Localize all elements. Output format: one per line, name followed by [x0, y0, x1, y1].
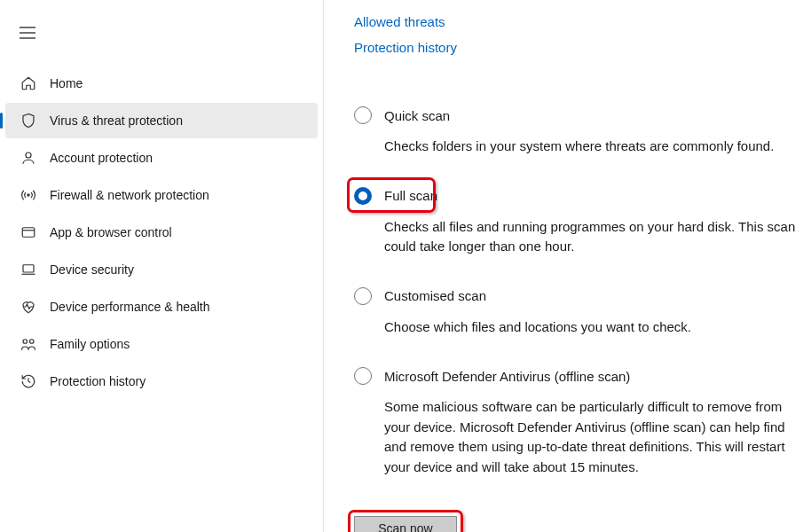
protection-history-link[interactable]: Protection history: [354, 40, 802, 55]
option-title: Full scan: [384, 188, 437, 203]
nav-item-device-security[interactable]: Device security: [5, 252, 318, 287]
laptop-icon: [20, 261, 37, 278]
history-icon: [20, 372, 37, 390]
family-icon: [20, 335, 37, 353]
svg-point-4: [28, 194, 29, 196]
main-content: Allowed threats Protection history Quick…: [324, 0, 811, 532]
sidebar: Home Virus & threat protection Account p…: [0, 0, 324, 532]
nav-label: Account protection: [50, 151, 153, 165]
scan-option-quick: Quick scan Checks folders in your system…: [354, 106, 802, 157]
nav-list: Home Virus & threat protection Account p…: [0, 66, 323, 399]
scan-option-custom: Customised scan Choose which files and l…: [354, 287, 802, 338]
scan-option-full: Full scan Checks all files and running p…: [354, 187, 802, 257]
scan-now-button[interactable]: Scan now: [354, 516, 457, 532]
nav-label: Protection history: [50, 374, 146, 388]
allowed-threats-link[interactable]: Allowed threats: [354, 14, 802, 29]
scan-now-wrap: Scan now: [354, 516, 457, 532]
option-desc: Choose which files and locations you wan…: [384, 317, 802, 338]
svg-rect-7: [23, 265, 34, 272]
shield-icon: [20, 112, 37, 129]
svg-point-3: [26, 153, 31, 158]
radio-offline-scan[interactable]: [354, 367, 372, 385]
option-title: Quick scan: [384, 108, 450, 123]
hamburger-menu-button[interactable]: [11, 16, 44, 50]
home-icon: [20, 74, 37, 92]
nav-item-account[interactable]: Account protection: [5, 140, 318, 176]
radio-custom-scan[interactable]: [354, 287, 372, 305]
nav-item-virus[interactable]: Virus & threat protection: [5, 103, 318, 138]
nav-label: Family options: [50, 337, 130, 351]
option-desc: Some malicious software can be particula…: [384, 397, 802, 477]
svg-rect-5: [22, 228, 35, 238]
radio-quick-scan[interactable]: [354, 106, 372, 124]
nav-label: Virus & threat protection: [50, 113, 183, 128]
nav-label: App & browser control: [50, 225, 172, 239]
window-icon: [20, 223, 37, 241]
account-icon: [20, 149, 37, 167]
nav-item-home[interactable]: Home: [5, 66, 318, 101]
nav-label: Home: [50, 76, 83, 90]
svg-point-10: [30, 340, 35, 344]
nav-item-app-browser[interactable]: App & browser control: [5, 215, 318, 250]
nav-label: Device performance & health: [50, 300, 210, 314]
svg-point-9: [23, 340, 28, 344]
nav-item-protection-history[interactable]: Protection history: [5, 364, 318, 399]
radio-full-scan[interactable]: [354, 187, 372, 205]
nav-item-family[interactable]: Family options: [5, 326, 318, 362]
option-title: Microsoft Defender Antivirus (offline sc…: [384, 369, 630, 384]
option-desc: Checks folders in your system where thre…: [384, 137, 802, 157]
hamburger-icon: [20, 27, 35, 39]
scan-options: Quick scan Checks folders in your system…: [354, 106, 802, 507]
scan-option-offline: Microsoft Defender Antivirus (offline sc…: [354, 367, 802, 477]
nav-label: Device security: [50, 262, 134, 277]
heart-pulse-icon: [20, 298, 37, 316]
antenna-icon: [20, 186, 37, 204]
option-title: Customised scan: [384, 288, 486, 303]
nav-label: Firewall & network protection: [50, 188, 209, 202]
option-desc: Checks all files and running programmes …: [384, 217, 802, 257]
nav-item-performance[interactable]: Device performance & health: [5, 289, 318, 325]
nav-item-firewall[interactable]: Firewall & network protection: [5, 177, 318, 213]
